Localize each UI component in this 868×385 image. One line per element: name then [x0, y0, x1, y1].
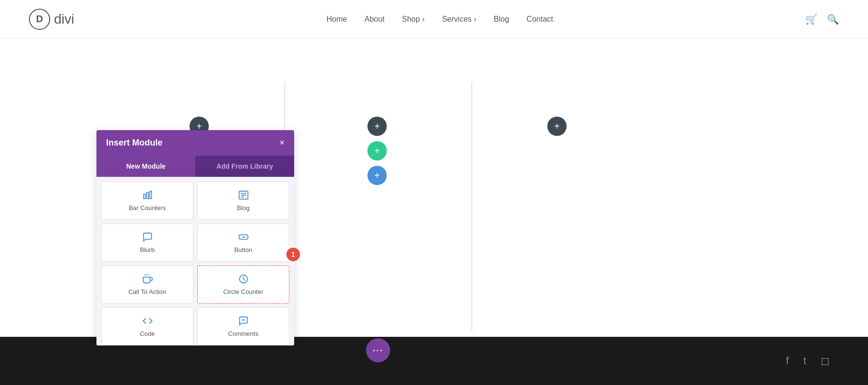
module-label-circle-counter: Circle Counter — [223, 288, 263, 295]
svg-rect-0 — [143, 194, 145, 199]
main-area: + + + + + f t ◻ ⋯ Insert Module × New Mo… — [0, 39, 868, 385]
search-icon[interactable]: 🔍 — [827, 13, 839, 25]
module-label-comments: Comments — [228, 330, 258, 337]
facebook-icon[interactable]: f — [786, 355, 789, 367]
blurb-icon — [142, 232, 153, 242]
svg-rect-2 — [149, 191, 151, 199]
logo-text: divi — [54, 12, 74, 27]
instagram-icon[interactable]: ◻ — [821, 355, 829, 367]
module-call-to-action[interactable]: Call To Action — [101, 266, 193, 304]
module-bar-counters[interactable]: Bar Counters — [101, 182, 193, 220]
code-icon — [142, 316, 153, 326]
add-button-mid-dark[interactable]: + — [367, 117, 387, 136]
add-button-mid-teal[interactable]: + — [367, 141, 387, 160]
nav-icons: 🛒 🔍 — [805, 13, 839, 25]
circle-counter-icon — [238, 274, 249, 284]
module-blog[interactable]: Blog — [197, 182, 289, 220]
module-circle-counter[interactable]: Circle Counter — [197, 266, 289, 304]
nav-links: Home About Shop › Services › Blog Contac… — [326, 15, 553, 24]
badge-1: 1 — [286, 248, 300, 261]
dialog-body: Bar Counters Blog Blurb Button — [96, 177, 294, 345]
logo[interactable]: D divi — [29, 9, 74, 30]
module-label-cta: Call To Action — [128, 288, 166, 295]
logo-icon: D — [29, 9, 50, 30]
comments-icon — [238, 316, 249, 326]
add-button-right[interactable]: + — [547, 117, 567, 136]
bar-chart-icon — [142, 190, 153, 200]
divider-line-2 — [472, 82, 472, 332]
nav-about[interactable]: About — [365, 15, 385, 24]
cart-icon[interactable]: 🛒 — [805, 13, 817, 25]
add-button-dots[interactable]: ⋯ — [366, 338, 390, 362]
svg-rect-1 — [147, 193, 149, 199]
module-label-code: Code — [140, 330, 155, 337]
insert-module-dialog: Insert Module × New Module Add From Libr… — [96, 130, 294, 345]
module-label-bar-counters: Bar Counters — [129, 204, 166, 212]
module-button[interactable]: Button — [197, 224, 289, 262]
nav-home[interactable]: Home — [326, 15, 347, 24]
cta-icon — [142, 274, 153, 284]
button-icon — [238, 232, 249, 242]
module-code[interactable]: Code — [101, 307, 193, 345]
dialog-title: Insert Module — [106, 138, 163, 148]
navbar: D divi Home About Shop › Services › Blog… — [0, 0, 868, 39]
module-grid: Bar Counters Blog Blurb Button — [101, 182, 289, 345]
module-label-blurb: Blurb — [140, 246, 154, 253]
dialog-close-button[interactable]: × — [279, 138, 285, 148]
blog-icon — [238, 190, 249, 200]
tab-add-from-library[interactable]: Add From Library — [195, 156, 294, 177]
tab-new-module[interactable]: New Module — [96, 156, 195, 177]
module-label-button: Button — [234, 246, 253, 253]
nav-blog[interactable]: Blog — [494, 15, 509, 24]
nav-services[interactable]: Services › — [442, 15, 476, 24]
dialog-tabs: New Module Add From Library — [96, 156, 294, 177]
dialog-header: Insert Module × — [96, 130, 294, 156]
nav-contact[interactable]: Contact — [527, 15, 553, 24]
twitter-icon[interactable]: t — [803, 355, 806, 367]
module-blurb[interactable]: Blurb — [101, 224, 193, 262]
module-comments[interactable]: Comments — [197, 307, 289, 345]
module-label-blog: Blog — [237, 204, 249, 212]
nav-shop[interactable]: Shop › — [402, 15, 425, 24]
add-button-mid-blue[interactable]: + — [367, 166, 387, 185]
